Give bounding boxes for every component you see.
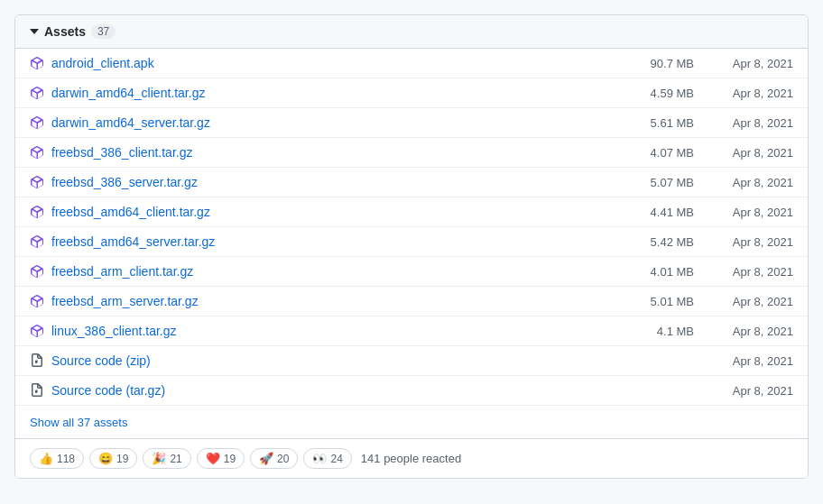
asset-name-link[interactable]: android_client.apk [30, 56, 586, 70]
assets-title: Assets 37 [30, 24, 116, 39]
asset-icon [30, 234, 44, 249]
asset-row: Source code (tar.gz) Apr 8, 2021 [15, 376, 808, 405]
asset-icon [30, 145, 44, 160]
asset-row: freebsd_386_client.tar.gz 4.07 MB Apr 8,… [15, 138, 808, 168]
reaction-emoji: 🚀 [259, 452, 273, 465]
reaction-count: 21 [170, 453, 181, 465]
reaction-emoji: 🎉 [152, 452, 166, 465]
reaction-pill[interactable]: 🎉21 [143, 448, 190, 469]
asset-size: 4.41 MB [586, 206, 694, 219]
asset-row: freebsd_arm_server.tar.gz 5.01 MB Apr 8,… [15, 287, 808, 316]
asset-icon [30, 324, 44, 338]
asset-name-link[interactable]: freebsd_arm_server.tar.gz [30, 294, 586, 308]
asset-date: Apr 8, 2021 [694, 87, 793, 100]
reaction-pill[interactable]: 👀24 [303, 448, 351, 469]
asset-row: linux_386_client.tar.gz 4.1 MB Apr 8, 20… [15, 316, 808, 346]
asset-filename: linux_386_client.tar.gz [51, 324, 177, 338]
reaction-pill[interactable]: 😄19 [89, 448, 137, 469]
asset-row: freebsd_amd64_client.tar.gz 4.41 MB Apr … [15, 197, 808, 227]
reaction-pill[interactable]: 🚀20 [250, 448, 298, 469]
asset-name-link[interactable]: Source code (zip) [30, 353, 586, 368]
asset-name-link[interactable]: darwin_amd64_client.tar.gz [30, 86, 586, 100]
asset-filename: freebsd_386_client.tar.gz [51, 145, 192, 160]
asset-row: freebsd_amd64_server.tar.gz 5.42 MB Apr … [15, 227, 808, 257]
asset-name-link[interactable]: freebsd_arm_client.tar.gz [30, 264, 586, 279]
asset-filename: freebsd_arm_server.tar.gz [51, 294, 199, 308]
asset-row: freebsd_arm_client.tar.gz 4.01 MB Apr 8,… [15, 257, 808, 287]
reaction-count: 118 [57, 453, 75, 465]
asset-size: 4.1 MB [586, 325, 694, 338]
assets-list: android_client.apk 90.7 MB Apr 8, 2021 d… [15, 49, 808, 405]
asset-date: Apr 8, 2021 [694, 354, 793, 368]
asset-icon [30, 383, 44, 398]
asset-name-link[interactable]: freebsd_amd64_server.tar.gz [30, 234, 586, 249]
asset-filename: Source code (tar.gz) [51, 383, 165, 398]
assets-container: Assets 37 android_client.apk 90.7 MB Apr… [14, 14, 809, 479]
toggle-icon [30, 29, 39, 34]
asset-name-link[interactable]: linux_386_client.tar.gz [30, 324, 586, 338]
reaction-count: 19 [116, 453, 128, 465]
asset-date: Apr 8, 2021 [694, 235, 793, 249]
asset-date: Apr 8, 2021 [694, 57, 793, 70]
asset-row: android_client.apk 90.7 MB Apr 8, 2021 [15, 49, 808, 78]
asset-icon [30, 294, 44, 308]
reaction-count: 20 [277, 453, 289, 465]
asset-row: Source code (zip) Apr 8, 2021 [15, 346, 808, 376]
reaction-emoji: 👍 [39, 452, 53, 465]
asset-name-link[interactable]: darwin_amd64_server.tar.gz [30, 115, 586, 130]
asset-row: darwin_amd64_client.tar.gz 4.59 MB Apr 8… [15, 78, 808, 108]
asset-size: 5.61 MB [586, 116, 694, 130]
asset-size: 4.01 MB [586, 265, 694, 279]
reaction-emoji: 👀 [312, 452, 327, 465]
asset-name-link[interactable]: freebsd_386_client.tar.gz [30, 145, 586, 160]
asset-date: Apr 8, 2021 [694, 265, 793, 279]
asset-filename: freebsd_amd64_client.tar.gz [51, 205, 210, 219]
asset-name-link[interactable]: Source code (tar.gz) [30, 383, 586, 398]
asset-filename: freebsd_arm_client.tar.gz [51, 264, 193, 279]
reaction-pill[interactable]: ❤️19 [197, 448, 245, 469]
show-all-link[interactable]: Show all 37 assets [30, 416, 127, 429]
asset-size: 5.07 MB [586, 176, 694, 189]
asset-icon [30, 264, 44, 279]
asset-filename: freebsd_amd64_server.tar.gz [51, 234, 215, 249]
asset-row: freebsd_386_server.tar.gz 5.07 MB Apr 8,… [15, 168, 808, 197]
asset-icon [30, 175, 44, 189]
show-all-row: Show all 37 assets [15, 405, 808, 438]
reaction-emoji: 😄 [98, 452, 113, 465]
asset-size: 90.7 MB [586, 57, 694, 70]
asset-filename: freebsd_386_server.tar.gz [51, 175, 198, 189]
asset-filename: darwin_amd64_server.tar.gz [51, 115, 210, 130]
reaction-pill[interactable]: 👍118 [30, 448, 84, 469]
asset-filename: darwin_amd64_client.tar.gz [51, 86, 205, 100]
asset-name-link[interactable]: freebsd_amd64_client.tar.gz [30, 205, 586, 219]
asset-filename: android_client.apk [51, 56, 154, 70]
asset-icon [30, 353, 44, 368]
asset-date: Apr 8, 2021 [694, 176, 793, 189]
asset-size: 4.07 MB [586, 146, 694, 160]
asset-date: Apr 8, 2021 [694, 384, 793, 398]
asset-filename: Source code (zip) [51, 353, 151, 368]
asset-name-link[interactable]: freebsd_386_server.tar.gz [30, 175, 586, 189]
asset-date: Apr 8, 2021 [694, 116, 793, 130]
asset-icon [30, 115, 44, 130]
assets-header: Assets 37 [15, 15, 808, 49]
reactions-row: 👍118😄19🎉21❤️19🚀20👀24141 people reacted [15, 438, 808, 478]
asset-size: 4.59 MB [586, 87, 694, 100]
asset-size: 5.01 MB [586, 295, 694, 308]
total-reactions-text: 141 people reacted [361, 452, 461, 465]
asset-icon [30, 56, 44, 70]
reaction-emoji: ❤️ [206, 452, 220, 465]
asset-date: Apr 8, 2021 [694, 295, 793, 308]
asset-icon [30, 205, 44, 219]
reaction-count: 19 [224, 453, 236, 465]
asset-row: darwin_amd64_server.tar.gz 5.61 MB Apr 8… [15, 108, 808, 138]
asset-icon [30, 86, 44, 100]
asset-date: Apr 8, 2021 [694, 206, 793, 219]
assets-label: Assets [44, 24, 86, 39]
asset-size: 5.42 MB [586, 235, 694, 249]
assets-count-badge: 37 [91, 24, 116, 39]
asset-date: Apr 8, 2021 [694, 146, 793, 160]
asset-date: Apr 8, 2021 [694, 325, 793, 338]
reaction-count: 24 [330, 453, 342, 465]
